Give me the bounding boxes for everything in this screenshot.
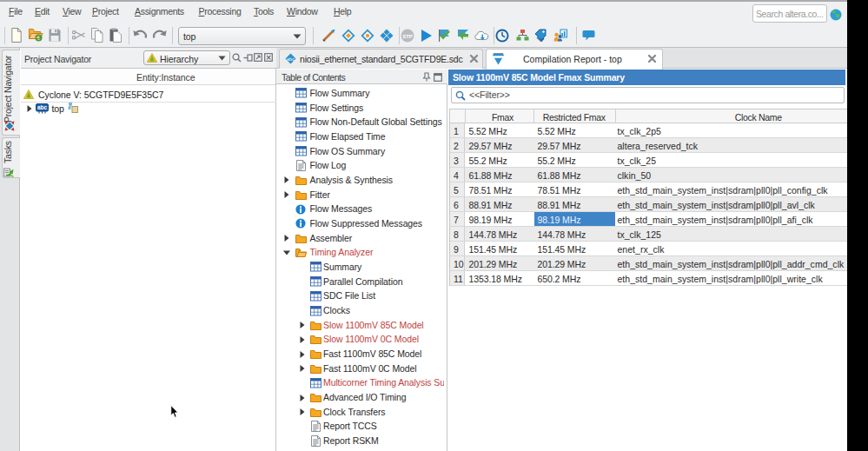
svg-text:STP: STP — [402, 34, 413, 39]
svg-text:abc: abc — [287, 56, 295, 62]
svg-text:abc: abc — [37, 104, 48, 110]
